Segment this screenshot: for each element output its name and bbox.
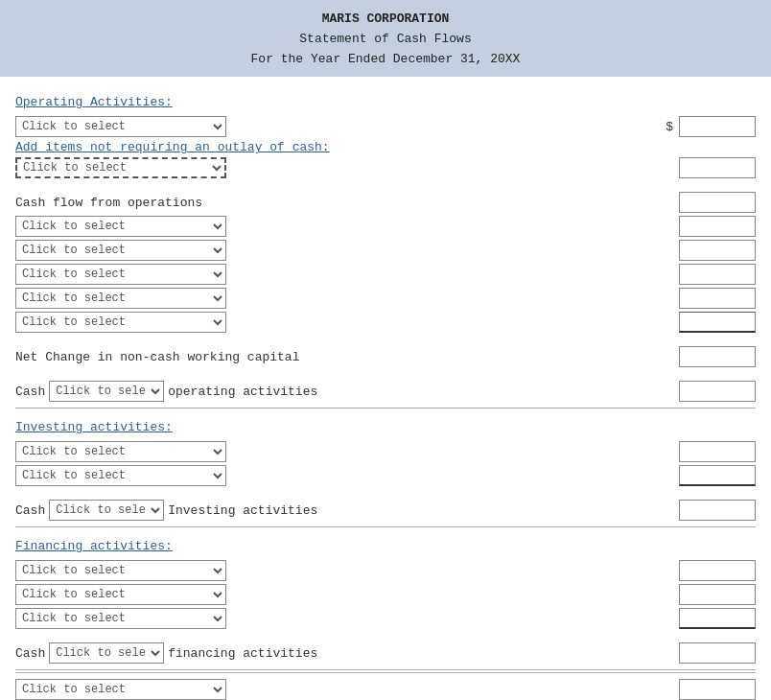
fin-select-3[interactable]: Click to select — [15, 608, 226, 629]
fin-input-1[interactable] — [679, 560, 756, 581]
standalone-input[interactable] — [679, 679, 756, 700]
cash-operating-input[interactable] — [679, 381, 756, 402]
financing-label-row: Financing activities: — [15, 531, 756, 557]
cash-financing-row: Cash Click to select financing activitie… — [15, 642, 756, 664]
add-items-row: Add items not requiring an outlay of cas… — [15, 140, 756, 154]
content-area: Operating Activities: Click to select $ … — [0, 77, 771, 700]
cash-flow-label-row: Cash flow from operations — [15, 192, 756, 213]
operating-select-1[interactable]: Click to select — [15, 116, 226, 137]
cf-select-1[interactable]: Click to select — [15, 216, 226, 237]
dollar-sign-1: $ — [666, 120, 673, 134]
fin-select-1[interactable]: Click to select — [15, 560, 226, 581]
cf-select-3[interactable]: Click to select — [15, 264, 226, 285]
fin-select2-row: Click to select — [15, 584, 756, 605]
cf-select-5[interactable]: Click to select — [15, 312, 226, 333]
fin-select1-row: Click to select — [15, 560, 756, 581]
investing-activities-label: Investing activities: — [15, 420, 173, 434]
cash-label-operating: Cash — [15, 385, 45, 399]
cash-operating-row: Cash Click to select operating activitie… — [15, 381, 756, 402]
cash-investing-select[interactable]: Click to select — [49, 500, 164, 521]
operating-select1-row: Click to select $ — [15, 116, 756, 137]
report-header: MARIS CORPORATION Statement of Cash Flow… — [0, 0, 771, 77]
cf-input-1[interactable] — [679, 216, 756, 237]
cf-input-3[interactable] — [679, 264, 756, 285]
cf-select5-row: Click to select — [15, 312, 756, 333]
cf-input-4[interactable] — [679, 288, 756, 309]
cf-select-2[interactable]: Click to select — [15, 240, 226, 261]
investing-label-row: Investing activities: — [15, 412, 756, 438]
inv-select2-row: Click to select — [15, 465, 756, 486]
cash-operating-select[interactable]: Click to select — [49, 381, 164, 402]
cash-label-financing: Cash — [15, 646, 45, 661]
net-change-input[interactable] — [679, 346, 756, 367]
operating-activities-label: Operating Activities: — [15, 95, 173, 109]
add-items-select-row: Click to select — [15, 157, 756, 178]
cf-select3-row: Click to select — [15, 264, 756, 285]
cash-investing-row: Cash Click to select Investing activitie… — [15, 500, 756, 521]
inv-select-2[interactable]: Click to select — [15, 465, 226, 486]
company-name: MARIS CORPORATION — [0, 10, 771, 30]
cash-flow-label: Cash flow from operations — [15, 196, 202, 210]
cf-select-4[interactable]: Click to select — [15, 288, 226, 309]
cf-input-2[interactable] — [679, 240, 756, 261]
operating-input-1[interactable] — [679, 116, 756, 137]
add-items-label: Add items not requiring an outlay of cas… — [15, 140, 330, 154]
cf-select1-row: Click to select — [15, 216, 756, 237]
inv-input-2[interactable] — [679, 465, 756, 486]
inv-select-1[interactable]: Click to select — [15, 441, 226, 462]
net-change-row: Net Change in non-cash working capital — [15, 346, 756, 367]
operating-activities-label-row: Operating Activities: — [15, 87, 756, 113]
report-title: Statement of Cash Flows — [0, 30, 771, 50]
standalone-select-row: Click to select — [15, 679, 756, 700]
financing-activities-text: financing activities — [168, 646, 317, 661]
fin-input-3[interactable] — [679, 608, 756, 629]
cf-select4-row: Click to select — [15, 288, 756, 309]
investing-activities-text: Investing activities — [168, 503, 317, 518]
cf-select2-row: Click to select — [15, 240, 756, 261]
fin-input-2[interactable] — [679, 584, 756, 605]
cash-financing-select[interactable]: Click to select — [49, 642, 164, 664]
page: MARIS CORPORATION Statement of Cash Flow… — [0, 0, 771, 700]
financing-activities-label: Financing activities: — [15, 539, 173, 553]
add-items-input-1[interactable] — [679, 157, 756, 178]
standalone-select[interactable]: Click to select — [15, 679, 226, 700]
net-change-label: Net Change in non-cash working capital — [15, 350, 299, 364]
cash-flow-input[interactable] — [679, 192, 756, 213]
report-period: For the Year Ended December 31, 20XX — [0, 50, 771, 70]
cash-financing-input[interactable] — [679, 642, 756, 664]
fin-select3-row: Click to select — [15, 608, 756, 629]
inv-select1-row: Click to select — [15, 441, 756, 462]
cash-label-investing: Cash — [15, 503, 45, 518]
fin-select-2[interactable]: Click to select — [15, 584, 226, 605]
inv-input-1[interactable] — [679, 441, 756, 462]
cash-investing-input[interactable] — [679, 500, 756, 521]
cf-input-5[interactable] — [679, 312, 756, 333]
add-items-select-1[interactable]: Click to select — [15, 157, 226, 178]
operating-activities-text: operating activities — [168, 385, 317, 399]
